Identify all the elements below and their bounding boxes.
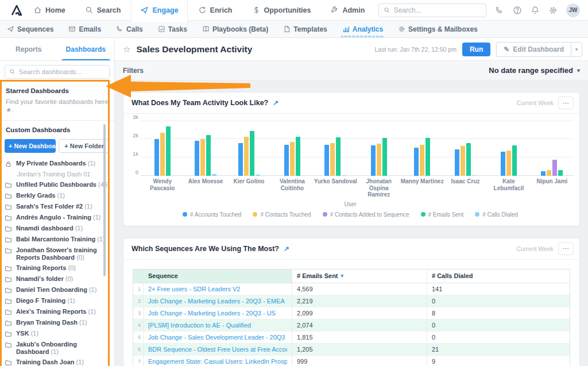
global-search-box[interactable] (378, 3, 486, 17)
subnav-settings-mailboxes[interactable]: Settings & Mailboxes (398, 21, 478, 37)
edit-dashboard-caret-button[interactable]: ▾ (571, 42, 582, 57)
panel-menu-button[interactable]: ⋯ (558, 97, 574, 109)
bar (195, 141, 199, 176)
nav-item-enrich[interactable]: Enrich (197, 3, 234, 17)
phone-icon (116, 25, 123, 33)
sequence-link[interactable]: BDR Sequence - Oldest Free Users at Free… (148, 346, 287, 353)
folder-item[interactable]: Diego F Training (1) (5, 296, 111, 307)
subnav-sequences[interactable]: Sequences (7, 21, 53, 37)
sidebar-scrollbar[interactable] (103, 124, 106, 276)
legend-item[interactable]: # Emails Sent (421, 211, 464, 218)
folder-item[interactable]: Alex's Training Reports (1) (5, 307, 111, 318)
sequence-cell: 2+ Free users - SDR Leaders V2 (144, 283, 292, 295)
folder-item[interactable]: Nnamdi dashboard (1) (5, 224, 111, 234)
external-link-icon[interactable]: ↗ (273, 99, 278, 107)
folder-item[interactable]: Training Reports (0) (5, 263, 111, 274)
column-header-sequence[interactable]: Sequence (144, 269, 292, 283)
dashboard-search-input[interactable] (19, 68, 105, 75)
sequence-cell: Job Change - Sales Development Leader - … (144, 332, 292, 344)
phone-icon[interactable] (495, 6, 504, 15)
folder-label: Daniel Tien Onboarding (1) (16, 286, 96, 294)
bar (558, 170, 563, 176)
sequence-link[interactable]: 2+ Free users - SDR Leaders V2 (148, 286, 241, 292)
tab-dashboards[interactable]: Dashboards (57, 38, 115, 60)
nav-item-search[interactable]: Search (84, 3, 122, 17)
run-button[interactable]: Run (462, 43, 490, 56)
bar-group (400, 121, 443, 176)
external-link-icon[interactable]: ↗ (284, 245, 289, 253)
bar (244, 137, 249, 176)
nav-item-engage[interactable]: Engage (139, 3, 179, 17)
folder-item[interactable]: YSK (1) (5, 329, 111, 340)
subnav-calls[interactable]: Calls (116, 21, 143, 37)
subnav-emails[interactable]: Emails (68, 21, 101, 37)
app-logo-icon[interactable] (10, 4, 23, 17)
folder-count: (1) (86, 160, 96, 167)
legend-item[interactable]: # Calls Dialed (475, 211, 518, 218)
dashboard-search-box[interactable] (5, 65, 110, 79)
folder-item[interactable]: Bryan Training Dash (1) (5, 318, 111, 329)
subnav-label: Sequences (17, 25, 53, 33)
legend-item[interactable]: # Contacts Added to Sequence (323, 211, 409, 218)
subnav-templates[interactable]: Templates (283, 21, 327, 37)
bell-icon[interactable] (531, 6, 540, 15)
dashboard-item[interactable]: Jordan's Training Dash 01 (5, 169, 111, 180)
tab-reports[interactable]: Reports (0, 38, 57, 60)
folder-item[interactable]: Sarah's Test Folder #2 (1) (5, 202, 111, 213)
legend-dot (183, 212, 187, 217)
legend-dot (475, 212, 479, 217)
y-tick-label: 2k (133, 132, 138, 138)
new-folder-button[interactable]: + New Folder (59, 139, 110, 153)
row-number: 7 (133, 356, 144, 366)
folder-item[interactable]: Jonathan Stower's training Reports Dashb… (5, 245, 111, 263)
subnav-tasks[interactable]: Tasks (158, 21, 187, 37)
new-dashboard-button[interactable]: + New Dashboard (5, 139, 56, 153)
gear-icon[interactable] (548, 6, 558, 15)
legend-label: # Emails Sent (428, 211, 464, 218)
column-header-emails-sent[interactable]: # Emails Sent▾ (292, 269, 427, 283)
user-avatar[interactable]: JW (566, 3, 580, 17)
x-tick-label: Manny Martinez (400, 178, 443, 198)
bar (336, 137, 341, 176)
sequence-link[interactable]: Job Change - Marketing Leaders - 20Q3 - … (148, 298, 285, 305)
edit-dashboard-button[interactable]: ✎ Edit Dashboard (496, 42, 571, 57)
sequence-link[interactable]: Job Change - Marketing Leaders - 20Q3 - … (148, 310, 276, 317)
active-subnav-underline (341, 36, 384, 37)
table-row: 2Job Change - Marketing Leaders - 20Q3 -… (133, 295, 570, 307)
folder-label: Diego F Training (1) (16, 297, 75, 305)
legend-item[interactable]: # Accounts Touched (183, 211, 241, 218)
sequence-link[interactable]: [PLSM] Introduction to AE - Qualified (148, 322, 251, 329)
folder-item[interactable]: Training Dash Joan (1) (5, 357, 111, 366)
nav-item-home[interactable]: Home (32, 3, 67, 17)
folder-item[interactable]: Unfiled Public Dashboards (46) (5, 180, 111, 191)
nav-item-admin[interactable]: Admin (329, 3, 366, 17)
bar (506, 151, 511, 176)
legend-item[interactable]: # Contacts Touched (253, 211, 311, 218)
folder-item[interactable]: My Private Dashboards (1) (5, 159, 111, 169)
search-icon (384, 6, 390, 14)
folder-item[interactable]: Babi Marcantonio Training (1) (5, 234, 111, 245)
bar (296, 137, 300, 176)
subnav-analytics[interactable]: Analytics (342, 21, 383, 37)
bar-group (270, 121, 314, 176)
help-icon[interactable] (513, 6, 522, 15)
folder-item[interactable]: Berkly Grads (1) (5, 191, 111, 202)
date-range-dropdown[interactable]: No date range specified ▾ (489, 66, 580, 75)
global-search-input[interactable] (394, 6, 481, 14)
column-header-calls-dialed[interactable]: # Calls Dialed (427, 269, 570, 283)
folder-item[interactable]: Jakub's Onboarding Dashboard (1) (5, 340, 111, 357)
nav-item-opportunities[interactable]: Opportunities (251, 3, 312, 17)
subnav-label: Analytics (353, 25, 383, 33)
folder-label: YSK (1) (16, 330, 38, 337)
star-outline-icon[interactable]: ☆ (123, 44, 130, 55)
sequence-link[interactable]: Engagement State: Casual Users: LinkedIn… (148, 358, 287, 365)
folder-icon (5, 276, 13, 283)
folder-item[interactable]: Daniel Tien Onboarding (1) (5, 285, 111, 296)
sequences-table: Sequence# Emails Sent▾# Calls Dialed12+ … (133, 269, 570, 366)
panel-menu-button[interactable]: ⋯ (558, 242, 574, 255)
bar (160, 133, 165, 176)
subnav-playbooks[interactable]: Playbooks (Beta) (202, 21, 268, 37)
sequence-link[interactable]: Job Change - Sales Development Leader - … (148, 334, 287, 341)
folder-item[interactable]: Andrés Angulo - Training (1) (5, 213, 111, 224)
folder-item[interactable]: Nnamdi's folder (0) (5, 274, 111, 285)
